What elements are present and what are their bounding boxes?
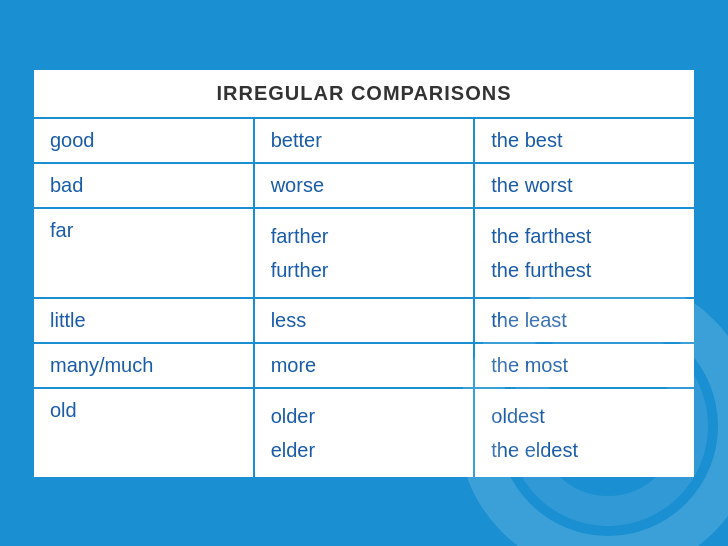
- cell-comparative-2: fartherfurther: [254, 208, 475, 298]
- main-table-container: IRREGULAR COMPARISONS goodbetterthe best…: [29, 65, 699, 482]
- cell-superlative-3: the least: [474, 298, 695, 343]
- cell-positive-0: good: [33, 118, 254, 163]
- table-header-row: IRREGULAR COMPARISONS: [33, 69, 695, 118]
- table-title: IRREGULAR COMPARISONS: [33, 69, 695, 118]
- table-row: many/muchmorethe most: [33, 343, 695, 388]
- cell-comparative-1: worse: [254, 163, 475, 208]
- cell-positive-2: far: [33, 208, 254, 298]
- cell-positive-3: little: [33, 298, 254, 343]
- cell-comparative-0: better: [254, 118, 475, 163]
- cell-superlative-2: the farthestthe furthest: [474, 208, 695, 298]
- table-row: farfartherfurtherthe farthestthe furthes…: [33, 208, 695, 298]
- cell-superlative-4: the most: [474, 343, 695, 388]
- table-row: goodbetterthe best: [33, 118, 695, 163]
- table-row: oldolderelderoldestthe eldest: [33, 388, 695, 478]
- cell-positive-1: bad: [33, 163, 254, 208]
- table-row: badworsethe worst: [33, 163, 695, 208]
- irregular-comparisons-table: IRREGULAR COMPARISONS goodbetterthe best…: [32, 68, 696, 479]
- cell-superlative-0: the best: [474, 118, 695, 163]
- cell-superlative-5: oldestthe eldest: [474, 388, 695, 478]
- cell-superlative-1: the worst: [474, 163, 695, 208]
- cell-positive-4: many/much: [33, 343, 254, 388]
- cell-positive-5: old: [33, 388, 254, 478]
- cell-comparative-5: olderelder: [254, 388, 475, 478]
- table-row: littlelessthe least: [33, 298, 695, 343]
- cell-comparative-3: less: [254, 298, 475, 343]
- cell-comparative-4: more: [254, 343, 475, 388]
